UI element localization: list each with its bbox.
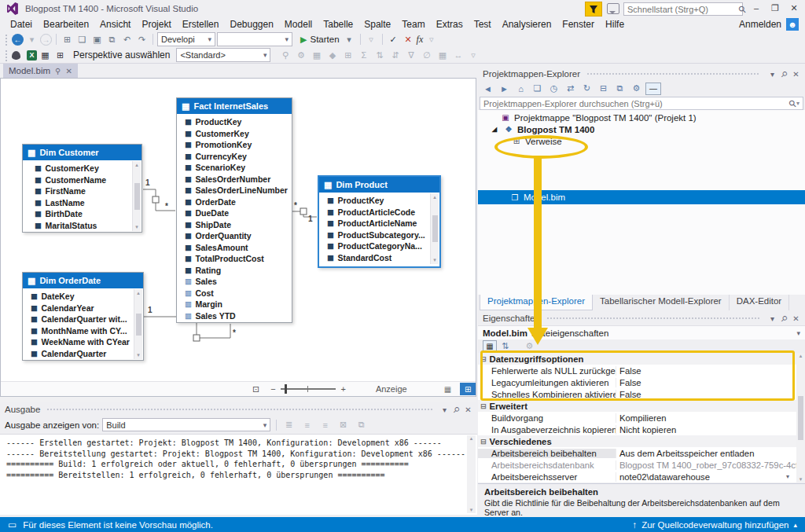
menu-item[interactable]: Bearbeiten <box>38 17 94 31</box>
tree-item-project[interactable]: ◢ ❖ Blogpost TM 1400 <box>478 123 805 135</box>
dropdown-icon[interactable]: ▾ <box>796 329 800 337</box>
table-dim-product[interactable]: ▦Dim Product ▦ProductKey▦ProductArticleC… <box>318 175 441 268</box>
word-wrap-icon[interactable]: ⧉ <box>355 419 368 431</box>
column-row[interactable]: ▦CustomerName <box>23 174 142 186</box>
solution-search-input[interactable] <box>483 99 789 108</box>
column-row[interactable]: ▦ProductKey <box>319 195 439 207</box>
output-text-area[interactable]: ------ Erstellen gestartet: Projekt: Blo… <box>0 434 477 515</box>
property-row[interactable]: Fehlerwerte als NULL zurückgebenFalse <box>478 365 796 376</box>
document-tab-model-bim[interactable]: Model.bim ⚲ ✕ <box>3 64 78 78</box>
database-icon[interactable] <box>12 51 20 60</box>
column-row[interactable]: ▦PromotionKey <box>177 139 292 151</box>
undo-icon[interactable]: ↶ <box>120 33 134 46</box>
column-row[interactable]: ▦ProductArticleCode <box>319 207 439 218</box>
column-row[interactable]: ▦DueDate <box>177 207 292 219</box>
property-row[interactable]: BuildvorgangKompilieren <box>478 412 796 424</box>
categorized-view-icon[interactable]: ▦ <box>483 340 497 353</box>
value-dropdown-icon[interactable]: ▾ <box>786 473 789 480</box>
output-source-combo[interactable]: Build▾ <box>102 418 270 431</box>
search-icon[interactable]: ⚲ <box>278 49 292 61</box>
column-row[interactable]: ▦CalendarYear <box>23 303 143 314</box>
diagram-canvas[interactable]: 1 * 1 * * 1 ▦Dim Customer ▦CustomerKey▦C… <box>0 78 476 397</box>
measure-row[interactable]: ▥Margin <box>177 299 292 310</box>
collapse-all-icon[interactable]: ⊟ <box>597 83 610 95</box>
calculation-fx-icon[interactable]: fx <box>417 34 424 46</box>
zoom-out-button[interactable]: − <box>270 384 275 394</box>
tool-window-tab[interactable]: Projektmappen-Explorer <box>480 295 593 310</box>
save-icon[interactable]: ▣ <box>90 33 104 46</box>
measure-row[interactable]: ▥Sales <box>177 276 292 288</box>
tool-window-tab[interactable]: DAX-Editor <box>730 295 790 310</box>
zoom-slider-thumb[interactable] <box>285 384 287 394</box>
preview-selected-items-toggle[interactable]: — <box>645 83 661 95</box>
column-row[interactable]: ▦FirstName <box>23 185 142 197</box>
canvas-horizontal-scrollbar[interactable] <box>0 397 476 402</box>
properties-scrollbar[interactable]: ▴▾ <box>796 353 805 482</box>
expander-icon[interactable]: ◢ <box>489 126 500 133</box>
menu-item[interactable]: Tabelle <box>318 17 358 31</box>
table-dim-customer[interactable]: ▦Dim Customer ▦CustomerKey▦CustomerName▦… <box>22 144 142 233</box>
close-tab-icon[interactable]: ✕ <box>65 67 72 75</box>
toolbar-grip[interactable] <box>5 50 8 61</box>
pending-changes-icon[interactable]: ◷ <box>547 83 561 95</box>
table-scrollbar[interactable]: ▴▾ <box>134 289 142 359</box>
column-row[interactable]: ▦SalesAmount <box>177 242 292 254</box>
menu-item[interactable]: Fenster <box>557 17 600 31</box>
toolbar-overflow-icon[interactable]: ▿ <box>466 49 480 61</box>
menu-item[interactable]: Team <box>396 17 430 31</box>
property-row[interactable]: Legacyumleitungen aktivierenFalse <box>478 376 796 388</box>
column-row[interactable]: ▦OrderDate <box>177 196 292 208</box>
collapse-icon[interactable]: ⊟ <box>480 438 487 446</box>
forward-icon[interactable]: ► <box>498 83 511 95</box>
start-dropdown-icon[interactable]: ▾ <box>343 33 356 46</box>
menu-item[interactable]: Ansicht <box>94 17 136 31</box>
back-icon[interactable]: ◄ <box>481 83 494 95</box>
process-icon[interactable]: ⚙ <box>294 49 307 61</box>
open-file-icon[interactable]: ❏ <box>75 33 89 46</box>
measure-row[interactable]: ▥Sales YTD <box>177 310 292 322</box>
freeze-column-icon[interactable]: ▦ <box>436 49 449 61</box>
column-row[interactable]: ▦OrderQuantity <box>177 230 292 242</box>
menu-item[interactable]: Hilfe <box>600 17 630 31</box>
menu-item[interactable]: Extras <box>431 17 469 31</box>
sort-desc-icon[interactable]: ⇵ <box>388 49 402 61</box>
quick-launch-input[interactable] <box>627 5 739 14</box>
property-row[interactable]: Arbeitsbereich beibehaltenAus dem Arbeit… <box>478 447 796 459</box>
error-cross-icon[interactable]: ✕ <box>402 33 415 46</box>
zoom-slider[interactable] <box>281 388 336 390</box>
goto-prev-message-icon[interactable]: ≡ <box>300 419 314 431</box>
tree-item-model-bim[interactable]: ❒ Model.bim <box>478 190 805 204</box>
toolbar-overflow-icon[interactable]: ▿ <box>425 33 438 46</box>
column-row[interactable]: ▦LastName <box>23 197 142 209</box>
pin-icon[interactable]: ⚲ <box>777 67 791 81</box>
column-row[interactable]: ▦DateKey <box>23 291 143 303</box>
close-icon[interactable]: ✕ <box>790 70 802 79</box>
column-row[interactable]: ▦TotalProductCost <box>177 253 292 265</box>
menu-item[interactable]: Analysieren <box>497 17 557 31</box>
redo-icon[interactable]: ↷ <box>135 33 149 46</box>
column-row[interactable]: ▦ProductKey <box>177 116 292 128</box>
tree-item-solution[interactable]: ▣ Projektmappe "Blogpost TM 1400" (Proje… <box>478 112 805 123</box>
table-scrollbar[interactable]: ▴▾ <box>132 161 141 231</box>
properties-icon[interactable]: ⚙ <box>630 83 643 95</box>
messages-icon[interactable]: ≣ <box>282 419 296 431</box>
menu-item[interactable]: Projekt <box>136 17 176 31</box>
sync-icon[interactable]: ⇄ <box>564 83 577 95</box>
start-button[interactable]: Starten <box>310 35 339 44</box>
platform-combo[interactable]: ▾ <box>217 32 292 46</box>
column-row[interactable]: ▦CurrencyKey <box>177 151 292 163</box>
column-row[interactable]: ▦ScenarioKey <box>177 162 292 174</box>
column-row[interactable]: ▦ShipDate <box>177 219 292 231</box>
column-row[interactable]: ▦CalendarQuarter <box>23 348 143 360</box>
property-pages-icon[interactable]: ⚙ <box>523 340 536 353</box>
menu-item[interactable]: Spalte <box>358 17 396 31</box>
solution-explorer-title-bar[interactable]: Projektmappen-Explorer ▾ ⚲ ✕ <box>478 67 805 81</box>
diagram-view-button[interactable]: ⊞ <box>460 383 476 395</box>
navigate-backward-icon[interactable]: ← <box>12 34 24 46</box>
pin-icon[interactable]: ⚲ <box>777 311 791 325</box>
solution-search-box[interactable]: ⚲ ▾ <box>480 97 803 110</box>
window-position-icon[interactable]: ▾ <box>766 314 778 323</box>
zoom-in-button[interactable]: + <box>340 384 345 394</box>
column-row[interactable]: ▦ProductSubcategory... <box>319 229 439 241</box>
add-to-source-control-button[interactable]: Zur Quellcodeverwaltung hinzufügen <box>641 520 788 530</box>
